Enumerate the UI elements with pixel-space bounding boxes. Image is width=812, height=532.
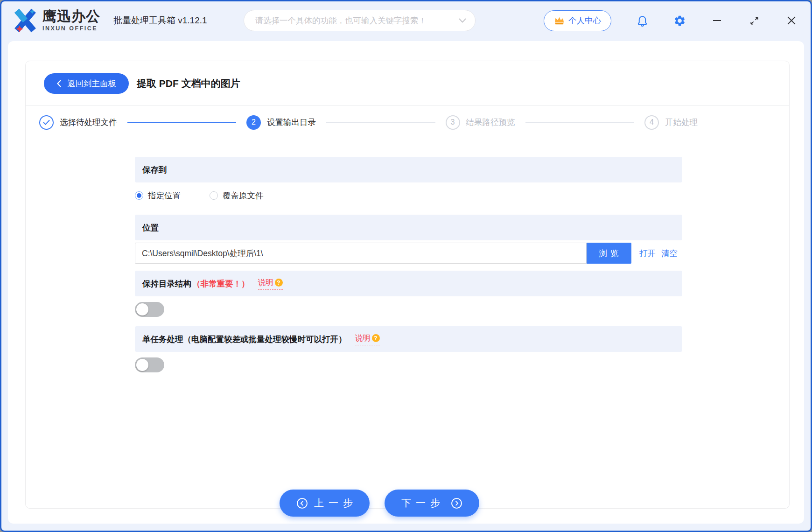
brand-x-logo-icon [12, 7, 39, 34]
chevron-down-icon [458, 18, 467, 23]
radio-specified-location[interactable]: 指定位置 [135, 190, 181, 201]
clear-path-link[interactable]: 清空 [661, 248, 678, 259]
gear-icon [673, 14, 686, 27]
browse-button[interactable]: 浏 览 [587, 243, 631, 264]
next-step-label: 下一步 [401, 497, 445, 510]
step-2-label: 设置输出目录 [267, 117, 316, 128]
keep-structure-heading: 保持目录结构 [142, 278, 191, 289]
app-window: 鹰迅办公 INXUN OFFICE 批量处理工具箱 v1.12.1 个人中心 [0, 0, 812, 532]
content-card: 返回到主面板 提取 PDF 文档中的图片 选择待处理文件 2 [25, 61, 790, 509]
back-to-dashboard-button[interactable]: 返回到主面板 [44, 73, 129, 94]
radio-specified-location-label: 指定位置 [148, 190, 181, 201]
page-title: 提取 PDF 文档中的图片 [137, 77, 240, 90]
save-to-heading: 保存到 [142, 164, 167, 175]
step-indicator: 选择待处理文件 2 设置输出目录 3 结果路径预览 4 开始处理 [26, 106, 789, 139]
step-item-2: 2 设置输出目录 [246, 115, 316, 130]
keep-structure-important-note: （非常重要！） [192, 278, 250, 289]
step-item-4: 4 开始处理 [644, 115, 698, 130]
radio-unselected-icon [210, 191, 218, 200]
question-mark-icon: ? [372, 334, 380, 342]
save-to-section-header: 保存到 [135, 157, 682, 182]
step-connector [326, 122, 435, 123]
titlebar: 鹰迅办公 INXUN OFFICE 批量处理工具箱 v1.12.1 个人中心 [1, 1, 811, 40]
toggle-knob [136, 303, 148, 315]
brand-subtitle: INXUN OFFICE [42, 26, 100, 32]
help-link-label: 说明 [258, 278, 273, 288]
maximize-button[interactable] [748, 14, 761, 27]
resize-diagonal-icon [749, 15, 760, 26]
step-3-circle: 3 [446, 115, 460, 130]
settings-button[interactable] [673, 14, 686, 27]
bell-icon [637, 14, 648, 27]
check-icon [42, 119, 50, 126]
card-header: 返回到主面板 提取 PDF 文档中的图片 [26, 61, 789, 106]
single-task-toggle[interactable] [135, 357, 164, 372]
keep-structure-help-link[interactable]: 说明 ? [258, 278, 283, 290]
single-task-heading: 单任务处理（电脑配置较差或批量处理较慢时可以打开） [142, 334, 347, 345]
minimize-icon [713, 20, 721, 21]
radio-overwrite-original-label: 覆盖原文件 [223, 190, 264, 201]
main-panel: 返回到主面板 提取 PDF 文档中的图片 选择待处理文件 2 [8, 41, 804, 524]
previous-step-button[interactable]: 上一步 [280, 490, 370, 517]
titlebar-actions: 个人中心 [544, 10, 798, 31]
user-center-label: 个人中心 [568, 15, 601, 26]
close-icon [786, 15, 797, 26]
output-settings-form: 保存到 指定位置 覆盖原文件 位置 [135, 157, 682, 372]
step-1-circle [39, 115, 54, 130]
next-step-button[interactable]: 下一步 [385, 490, 479, 517]
brand-name: 鹰迅办公 [42, 9, 100, 23]
circle-chevron-right-icon [451, 497, 462, 509]
minimize-button[interactable] [710, 14, 723, 27]
single-task-section-header: 单任务处理（电脑配置较差或批量处理较慢时可以打开） 说明 ? [135, 326, 682, 352]
open-folder-link[interactable]: 打开 [639, 248, 656, 259]
output-path-input[interactable] [135, 243, 587, 264]
question-mark-icon: ? [275, 279, 283, 287]
keep-structure-section-header: 保持目录结构 （非常重要！） 说明 ? [135, 271, 682, 296]
step-item-1: 选择待处理文件 [39, 115, 117, 130]
keep-structure-toggle[interactable] [135, 302, 164, 317]
step-4-circle: 4 [644, 115, 659, 130]
app-title: 批量处理工具箱 v1.12.1 [113, 14, 207, 27]
toggle-knob [136, 359, 148, 371]
output-path-row: 浏 览 打开 清空 [135, 243, 682, 264]
crown-icon [554, 16, 565, 25]
search-input[interactable] [255, 16, 458, 26]
user-center-button[interactable]: 个人中心 [544, 10, 611, 31]
close-button[interactable] [785, 14, 798, 27]
step-connector [525, 122, 635, 123]
step-item-3: 3 结果路径预览 [446, 115, 515, 130]
radio-selected-icon [135, 191, 143, 200]
step-2-circle: 2 [246, 115, 261, 130]
brand-block: 鹰迅办公 INXUN OFFICE [42, 9, 100, 32]
circle-chevron-left-icon [296, 497, 308, 509]
back-button-label: 返回到主面板 [67, 78, 116, 89]
single-task-help-link[interactable]: 说明 ? [355, 333, 380, 345]
step-connector [127, 122, 237, 123]
location-heading: 位置 [142, 222, 159, 233]
step-3-label: 结果路径预览 [466, 117, 515, 128]
save-to-options: 指定位置 覆盖原文件 [135, 187, 682, 204]
chevron-left-icon [56, 79, 62, 88]
step-4-label: 开始处理 [665, 117, 698, 128]
wizard-navigation: 上一步 下一步 [280, 490, 479, 517]
location-section-header: 位置 [135, 215, 682, 240]
function-search-select[interactable] [244, 10, 476, 31]
help-link-label: 说明 [355, 333, 371, 343]
notifications-button[interactable] [636, 14, 649, 27]
radio-overwrite-original[interactable]: 覆盖原文件 [210, 190, 264, 201]
step-1-label: 选择待处理文件 [60, 117, 117, 128]
previous-step-label: 上一步 [314, 497, 357, 510]
